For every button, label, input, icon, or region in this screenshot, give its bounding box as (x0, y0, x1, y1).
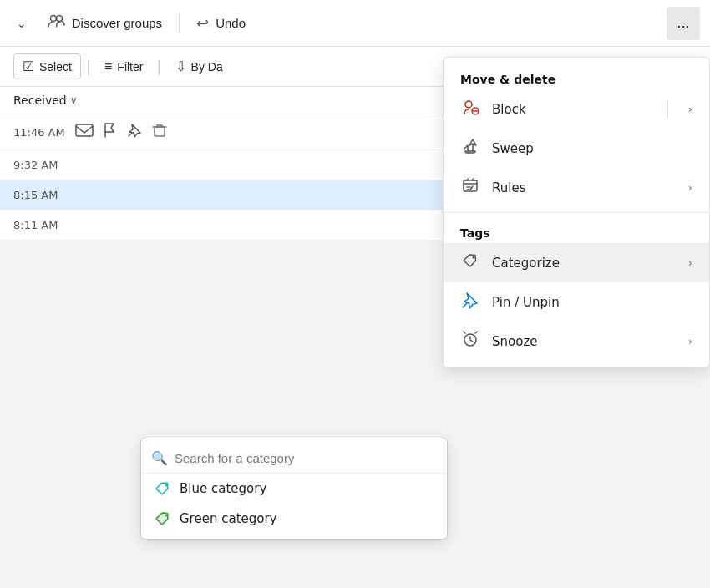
rules-label: Rules (492, 180, 677, 195)
green-category-label: Green category (180, 511, 276, 526)
select-checkbox-icon: ☑ (23, 58, 34, 74)
email-time: 9:32 AM (13, 159, 63, 171)
categorize-menu-item[interactable]: Categorize › (444, 243, 709, 282)
snooze-menu-item[interactable]: Snooze › (444, 322, 709, 361)
svg-point-6 (465, 101, 472, 108)
search-icon: 🔍 (151, 450, 168, 466)
select-label: Select (39, 60, 72, 74)
filter-label: Filter (117, 60, 143, 74)
discover-groups-button[interactable]: Discover groups (37, 7, 172, 39)
groups-icon (47, 12, 65, 34)
email-actions (75, 123, 167, 141)
pin-icon[interactable] (127, 123, 142, 141)
context-menu: Move & delete Block › Sweep (443, 57, 710, 368)
svg-point-1 (56, 16, 62, 22)
vertical-separator (667, 100, 668, 119)
green-category-icon (155, 510, 171, 527)
sweep-menu-item[interactable]: Sweep (444, 129, 709, 168)
list-item[interactable]: Blue category (141, 474, 447, 504)
snooze-label: Snooze (492, 334, 677, 349)
rules-chevron-icon: › (688, 181, 692, 194)
flag-icon[interactable] (104, 123, 117, 141)
svg-point-9 (473, 256, 475, 259)
sort-divider: | (156, 58, 161, 75)
sort-button[interactable]: ⇩ By Da (167, 54, 231, 79)
undo-icon: ↩ (196, 14, 209, 33)
sweep-label: Sweep (492, 141, 692, 156)
block-label: Block (492, 102, 656, 117)
tags-title: Tags (444, 218, 709, 243)
pin-unpin-menu-item[interactable]: Pin / Unpin (444, 282, 709, 322)
toolbar: ⌄ Discover groups ↩ Undo ... (0, 0, 710, 47)
svg-point-5 (165, 514, 168, 517)
list-item[interactable]: Green category (141, 504, 447, 534)
received-label: Received (13, 94, 67, 107)
chevron-icon[interactable]: ⌄ (10, 10, 33, 37)
sweep-icon (460, 137, 480, 160)
category-dropdown: 🔍 Blue category Green category (140, 438, 448, 540)
categorize-icon (460, 251, 480, 274)
received-chevron-icon: ∨ (70, 94, 78, 106)
delete-icon[interactable] (152, 123, 167, 141)
categorize-label: Categorize (492, 256, 677, 271)
sort-icon: ⇩ (175, 58, 186, 74)
envelope-icon[interactable] (75, 124, 94, 140)
pin-unpin-label: Pin / Unpin (492, 295, 692, 310)
filter-button[interactable]: ≡ Filter (96, 55, 151, 79)
email-time: 8:11 AM (13, 219, 63, 231)
search-input[interactable] (175, 451, 437, 465)
toolbar-separator (179, 13, 180, 33)
email-time: 8:15 AM (13, 189, 63, 201)
block-icon (460, 98, 480, 120)
filter-divider: | (86, 58, 91, 75)
more-button[interactable]: ... (667, 7, 700, 40)
snooze-icon (460, 330, 480, 352)
svg-rect-3 (155, 127, 165, 136)
undo-label: Undo (216, 16, 246, 30)
search-box: 🔍 (141, 444, 447, 474)
svg-point-4 (165, 484, 168, 487)
undo-button[interactable]: ↩ Undo (186, 9, 256, 38)
block-chevron-icon: › (688, 103, 692, 115)
email-time: 11:46 AM (13, 126, 65, 139)
pin-unpin-icon (460, 291, 480, 313)
blue-category-label: Blue category (180, 481, 266, 496)
sort-label: By Da (191, 60, 223, 74)
block-menu-item[interactable]: Block › (444, 89, 709, 129)
menu-separator (444, 212, 709, 213)
discover-groups-label: Discover groups (72, 16, 162, 30)
blue-category-icon (155, 480, 171, 497)
svg-point-0 (50, 16, 56, 22)
snooze-chevron-icon: › (688, 335, 692, 347)
rules-menu-item[interactable]: Rules › (444, 168, 709, 207)
filter-icon: ≡ (104, 59, 112, 74)
rules-icon (460, 176, 480, 199)
more-icon: ... (677, 14, 689, 32)
select-button[interactable]: ☑ Select (13, 53, 81, 79)
svg-rect-2 (76, 124, 93, 136)
categorize-chevron-icon: › (688, 256, 692, 269)
move-delete-title: Move & delete (444, 64, 709, 89)
